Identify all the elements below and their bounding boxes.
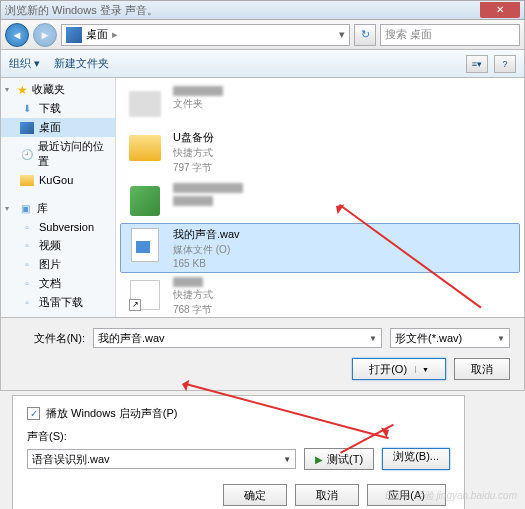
filename-label: 文件名(N):	[15, 331, 85, 346]
file-name-blurred	[173, 86, 223, 96]
file-item[interactable]	[120, 179, 520, 223]
folder-icon	[129, 135, 161, 161]
filename-input[interactable]: 我的声音.wav ▼	[93, 328, 382, 348]
pic-icon: ▫	[19, 258, 35, 272]
chevron-down-icon[interactable]: ▼	[415, 366, 429, 373]
doc-icon: ▫	[19, 277, 35, 291]
xunlei-icon: ▫	[19, 296, 35, 310]
back-button[interactable]: ◄	[5, 23, 29, 47]
chevron-down-icon: ▼	[369, 334, 377, 343]
file-item-selected[interactable]: 我的声音.wav 媒体文件 (O) 165 KB	[120, 223, 520, 273]
nav-bar: ◄ ► 桌面 ▸ ▾ ↻ 搜索 桌面	[0, 20, 525, 50]
file-item[interactable]: U盘备份 快捷方式 797 字节	[120, 126, 520, 179]
organize-menu[interactable]: 组织 ▾	[9, 56, 40, 71]
ok-button[interactable]: 确定	[223, 484, 287, 506]
title-bar: 浏览新的 Windows 登录 声音。 ✕	[0, 0, 525, 20]
sidebar-item-docs[interactable]: ▫ 文档	[1, 274, 115, 293]
video-icon: ▫	[19, 239, 35, 253]
app-icon	[130, 186, 160, 216]
folder-icon	[129, 91, 161, 117]
sidebar-item-xunlei[interactable]: ▫ 迅雷下载	[1, 293, 115, 312]
browse-button[interactable]: 浏览(B)...	[382, 448, 450, 470]
sidebar-item-subversion[interactable]: ▫ Subversion	[1, 218, 115, 236]
recent-icon: 🕘	[19, 147, 34, 161]
watermark: Baidu 经验 jingyan.baidu.com	[385, 489, 517, 503]
forward-button[interactable]: ►	[33, 23, 57, 47]
sidebar-library-header[interactable]: ▾ ▣ 库	[1, 199, 115, 218]
cancel-button[interactable]: 取消	[454, 358, 510, 380]
sidebar: ▾ ★ 收藏夹 ⬇ 下载 桌面 🕘 最近访问的位置 KuGou	[1, 78, 116, 317]
sidebar-favorites-header[interactable]: ▾ ★ 收藏夹	[1, 80, 115, 99]
search-input[interactable]: 搜索 桌面	[380, 24, 520, 46]
close-button[interactable]: ✕	[480, 2, 520, 18]
new-folder-button[interactable]: 新建文件夹	[54, 56, 109, 71]
sidebar-item-desktop[interactable]: 桌面	[1, 118, 115, 137]
view-mode-button[interactable]: ≡▾	[466, 55, 488, 73]
sidebar-item-video[interactable]: ▫ 视频	[1, 236, 115, 255]
window-title: 浏览新的 Windows 登录 声音。	[5, 3, 158, 18]
star-icon: ★	[17, 83, 28, 97]
sidebar-item-pictures[interactable]: ▫ 图片	[1, 255, 115, 274]
toolbar: 组织 ▾ 新建文件夹 ≡▾ ?	[0, 50, 525, 78]
cancel2-button[interactable]: 取消	[295, 484, 359, 506]
download-icon: ⬇	[19, 102, 35, 116]
file-name-blurred	[173, 277, 203, 287]
folder-icon	[20, 175, 34, 186]
test-button[interactable]: ▶ 测试(T)	[304, 448, 374, 470]
file-list: 文件夹 U盘备份 快捷方式 797 字节 我的声音.wav 媒体文件 (O) 1…	[116, 78, 524, 317]
desktop-icon	[20, 122, 34, 134]
desktop-icon	[66, 27, 82, 43]
main-area: ▾ ★ 收藏夹 ⬇ 下载 桌面 🕘 最近访问的位置 KuGou	[0, 78, 525, 318]
sidebar-item-kugou[interactable]: KuGou	[1, 171, 115, 189]
shortcut-icon	[130, 280, 160, 310]
breadcrumb-drop[interactable]: ▾	[339, 28, 345, 41]
lib-icon: ▫	[19, 220, 35, 234]
chevron-down-icon: ▼	[283, 455, 291, 464]
sound-label: 声音(S):	[27, 429, 450, 444]
help-button[interactable]: ?	[494, 55, 516, 73]
open-button[interactable]: 打开(O) ▼	[352, 358, 446, 380]
sound-dropdown[interactable]: 语音误识别.wav ▼	[27, 449, 296, 469]
media-icon	[131, 228, 159, 262]
file-meta-blurred	[173, 196, 213, 206]
file-name-blurred	[173, 183, 243, 193]
filename-panel: 文件名(N): 我的声音.wav ▼ 形文件(*.wav) ▼ 打开(O) ▼ …	[0, 318, 525, 391]
sidebar-item-downloads[interactable]: ⬇ 下载	[1, 99, 115, 118]
filetype-filter[interactable]: 形文件(*.wav) ▼	[390, 328, 510, 348]
library-icon: ▣	[17, 202, 33, 216]
breadcrumb[interactable]: 桌面 ▸ ▾	[61, 24, 350, 46]
breadcrumb-location: 桌面	[86, 27, 108, 42]
search-placeholder: 搜索 桌面	[385, 27, 432, 42]
play-startup-checkbox[interactable]: ✓	[27, 407, 40, 420]
refresh-button[interactable]: ↻	[354, 24, 376, 46]
breadcrumb-sep: ▸	[112, 28, 118, 41]
sidebar-item-recent[interactable]: 🕘 最近访问的位置	[1, 137, 115, 171]
file-item[interactable]: 快捷方式 768 字节	[120, 273, 520, 317]
play-icon: ▶	[315, 454, 323, 465]
file-item[interactable]: 文件夹	[120, 82, 520, 126]
chevron-down-icon: ▼	[497, 334, 505, 343]
play-startup-label: 播放 Windows 启动声音(P)	[46, 406, 177, 421]
